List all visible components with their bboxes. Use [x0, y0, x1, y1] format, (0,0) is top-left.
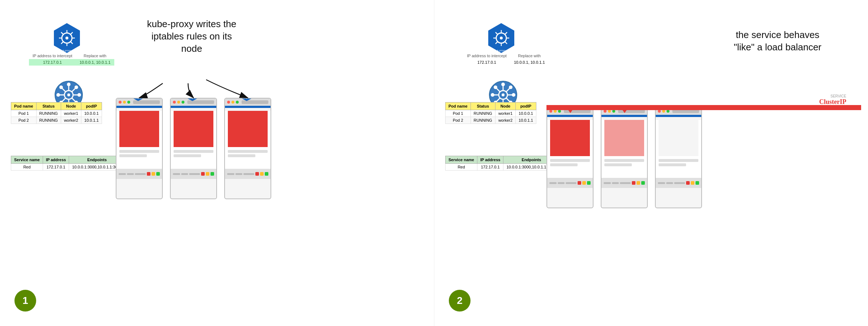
footer-bar-2c — [189, 173, 200, 175]
svg-text:k-proxy: k-proxy — [63, 49, 71, 52]
browser-footer-r3 — [656, 178, 701, 188]
footer-dot-g-3 — [265, 172, 268, 176]
browser-3 — [224, 98, 271, 199]
svg-point-79 — [512, 93, 515, 97]
dot-red-2 — [173, 101, 176, 104]
footer-dot-y-1 — [152, 172, 155, 176]
footer-bar-3a — [227, 173, 234, 175]
intercept-header-col2-r: Replace with — [510, 53, 549, 59]
footer-bar-3 — [135, 173, 146, 175]
kproxy-mini-3 — [239, 98, 254, 104]
kproxy-mini-1 — [131, 98, 145, 104]
content-line-2a — [174, 150, 213, 153]
browser-footer-2 — [171, 169, 216, 179]
kproxy-mini-2 — [185, 98, 200, 104]
diagram-2: 2 k-proxy — [434, 0, 868, 326]
content-line-r3b — [659, 163, 686, 166]
intercept-replace-1: 10.0.0.1, 10.0.1.1 — [76, 59, 114, 66]
red-block-3 — [228, 111, 268, 147]
svg-point-81 — [494, 85, 497, 89]
dot-green-2 — [182, 101, 184, 104]
svg-point-20 — [56, 93, 60, 97]
browser-content-3 — [225, 111, 271, 169]
blue-bar-r3 — [656, 115, 701, 117]
footer-dot-g-2 — [210, 172, 214, 176]
intercept-ip-2: 172.17.0.1 — [463, 59, 510, 66]
pod-row1-node-r: worker1 — [495, 110, 515, 117]
footer-bar-2a — [173, 173, 180, 175]
browser-r2 — [601, 107, 648, 208]
intercept-table-1: IP address to intercept Replace with 172… — [29, 53, 114, 66]
svg-text:k-proxy: k-proxy — [497, 49, 506, 52]
content-line-r1a — [550, 159, 590, 162]
browser-content-2 — [171, 111, 216, 169]
pod-header-ip: podIP — [81, 103, 102, 110]
content-line-2b — [174, 154, 201, 157]
browser-footer-1 — [116, 169, 162, 179]
dot-yellow-r3 — [662, 110, 665, 113]
content-line-r1b — [550, 163, 578, 166]
pod-row1-name-r: Pod 1 — [446, 110, 471, 117]
browser-content-r3 — [656, 120, 701, 178]
pod-table-1: Pod name Status Node podIP Pod 1 RUNNING… — [11, 102, 102, 124]
footer-dot-g-1 — [156, 172, 160, 176]
dot-yellow-2 — [177, 101, 180, 104]
browser-r1 — [546, 107, 593, 208]
browser-1 — [116, 98, 163, 199]
service-name: ClusterIP — [819, 98, 846, 106]
service-table-1: Service name IP address Endpoints Red 17… — [11, 156, 125, 171]
annotation-text-2: the service behaves"like" a load balance… — [734, 29, 822, 53]
dot-green-r1 — [558, 110, 561, 113]
pod-header-node-r: Node — [495, 103, 515, 110]
pod-row1-status: RUNNING — [36, 110, 61, 117]
red-block-1 — [119, 111, 159, 147]
footer-dot-r-3 — [255, 172, 259, 176]
red-bar-2 — [546, 105, 861, 110]
step-badge-2: 2 — [449, 290, 471, 312]
dot-green-r2 — [612, 110, 615, 113]
svg-point-71 — [502, 93, 505, 96]
content-line-r2b — [604, 163, 632, 166]
dot-green-3 — [236, 101, 239, 104]
content-line-3a — [228, 150, 268, 153]
svc-header-ip: IP address — [43, 156, 69, 164]
pod-row2-node-r: worker2 — [495, 117, 515, 124]
footer-bar-3b — [235, 173, 243, 175]
footer-bar-2b — [181, 173, 188, 175]
svg-point-73 — [501, 83, 505, 86]
empty-block-r3 — [659, 120, 698, 156]
footer-bar-3c — [243, 173, 254, 175]
footer-dot-y-2 — [206, 172, 209, 176]
dot-yellow-r2 — [608, 110, 611, 113]
pod-row1-node: worker1 — [61, 110, 81, 117]
svg-point-24 — [59, 85, 63, 89]
dot-red-1 — [119, 101, 122, 104]
svg-point-85 — [509, 85, 512, 89]
content-line-3b — [228, 154, 255, 157]
content-line-r2a — [604, 159, 644, 162]
svc-row1-name-r: Red — [446, 164, 477, 171]
footer-dot-r-1 — [147, 172, 150, 176]
blue-bar-r1 — [547, 115, 593, 117]
pod-header-node: Node — [61, 103, 81, 110]
pod-row1-ip-r: 10.0.0.1 — [516, 110, 536, 117]
content-line-1b — [119, 154, 147, 157]
svg-point-2 — [65, 37, 68, 39]
pod-header-status: Status — [36, 103, 61, 110]
footer-dot-y-3 — [260, 172, 264, 176]
pod-header-status-r: Status — [471, 103, 495, 110]
intercept-ip-1: 172.17.0.1 — [29, 59, 76, 66]
diagram-1: 1 k-proxy — [0, 0, 434, 326]
svg-point-28 — [75, 85, 78, 89]
red-block-r2 — [604, 120, 644, 156]
browser-content-1 — [116, 111, 162, 169]
svc-row1-ip: 172.17.0.1 — [43, 164, 69, 171]
footer-dot-r-2 — [201, 172, 205, 176]
pod-row2-ip-r: 10.0.1.1 — [516, 117, 536, 124]
step-number-2: 2 — [457, 295, 463, 306]
blue-bar-3 — [225, 106, 271, 108]
blue-bar-2 — [171, 106, 216, 108]
browser-footer-r2 — [601, 178, 647, 188]
annotation-1: kube-proxy writes theiptables rules on i… — [134, 18, 250, 55]
dot-yellow-3 — [231, 101, 234, 104]
